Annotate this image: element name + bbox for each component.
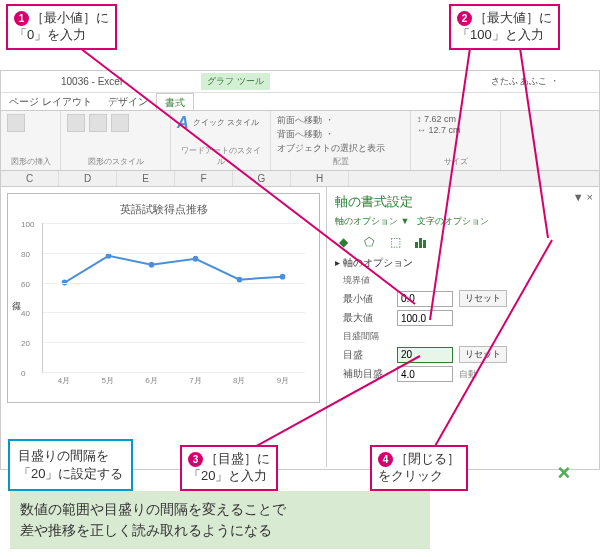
max-input[interactable]: [397, 310, 453, 326]
chart-area[interactable]: 英語試験得点推移 得点 100 80 60 40 20 0 4月5月6月7月8月…: [1, 187, 326, 467]
format-axis-pane: 軸の書式設定 ▼ × 軸のオプション ▼文字のオプション ◆ ⬠ ⬚ ▸ 軸のオ…: [326, 187, 599, 467]
selection-pane[interactable]: オブジェクトの選択と表示: [277, 142, 385, 155]
tab-design[interactable]: デザイン: [100, 93, 156, 110]
callout-min: 1［最小値］に 「0」を入力: [6, 4, 117, 50]
units-label: 目盛間隔: [343, 330, 591, 343]
bring-forward[interactable]: 前面へ移動 ・: [277, 114, 334, 127]
callout-major: 3［目盛］に 「20」と入力: [180, 445, 278, 491]
doc-title: 10036 - Excel: [61, 76, 122, 87]
min-label: 最小値: [343, 292, 397, 306]
shape-style-icon2[interactable]: [89, 114, 107, 132]
x-labels: 4月5月6月7月8月9月: [42, 375, 305, 386]
minor-input[interactable]: [397, 366, 453, 382]
user-name: さたふ あふこ ・: [491, 75, 559, 88]
svg-point-7: [149, 262, 155, 268]
minor-label: 補助目盛: [343, 367, 397, 381]
major-input[interactable]: [397, 347, 453, 363]
text-options-link[interactable]: 文字のオプション: [417, 216, 489, 226]
pane-title: 軸の書式設定: [335, 193, 591, 211]
axis-options-link[interactable]: 軸のオプション ▼: [335, 216, 409, 226]
svg-rect-12: [419, 238, 422, 248]
shape-style-icon[interactable]: [67, 114, 85, 132]
major-label: 目盛: [343, 348, 397, 362]
shape-insert-icon[interactable]: [7, 114, 25, 132]
tip-box: 数値の範囲や目盛りの間隔を変えることで 差や推移を正しく読み取れるようになる: [10, 491, 430, 549]
ribbon-tabs: ページ レイアウト デザイン 書式: [1, 93, 599, 111]
effects-icon[interactable]: ⬠: [361, 234, 377, 250]
shape-style-icon3[interactable]: [111, 114, 129, 132]
chart-tools-label: グラフ ツール: [201, 73, 270, 90]
svg-point-8: [193, 256, 199, 262]
send-backward[interactable]: 背面へ移動 ・: [277, 128, 334, 141]
min-input[interactable]: [397, 291, 453, 307]
line-series: [43, 223, 305, 372]
callout-close: 4［閉じる］ をクリック: [370, 445, 468, 491]
axis-options-icon[interactable]: [413, 234, 429, 250]
excel-window: 10036 - Excel グラフ ツール さたふ あふこ ・ ページ レイアウ…: [0, 70, 600, 470]
min-reset-button[interactable]: リセット: [459, 290, 507, 307]
fill-icon[interactable]: ◆: [335, 234, 351, 250]
ribbon: 図形の挿入 図形のスタイル Aクイック スタイルワードアートのスタイル 前面へ移…: [1, 111, 599, 171]
column-headers: CDEFGH: [1, 171, 599, 187]
titlebar: 10036 - Excel グラフ ツール さたふ あふこ ・: [1, 71, 599, 93]
svg-rect-11: [415, 242, 418, 248]
size-icon[interactable]: ⬚: [387, 234, 403, 250]
chart-title: 英語試験得点推移: [16, 202, 311, 217]
big-close-icon: ×: [550, 459, 578, 487]
max-label: 最大値: [343, 311, 397, 325]
chart-plot: 100 80 60 40 20 0: [42, 223, 305, 373]
chart-box[interactable]: 英語試験得点推移 得点 100 80 60 40 20 0 4月5月6月7月8月…: [7, 193, 320, 403]
svg-point-10: [280, 274, 286, 280]
bounds-label: 境界値: [343, 274, 591, 287]
minor-auto-label: 自動: [459, 368, 477, 381]
quick-style-button[interactable]: クイック スタイル: [193, 119, 259, 128]
axis-options-header[interactable]: ▸ 軸のオプション: [335, 256, 591, 270]
pane-close-button[interactable]: ▼ ×: [573, 191, 593, 203]
major-reset-button[interactable]: リセット: [459, 346, 507, 363]
width-input[interactable]: ↔ 12.7 cm: [417, 125, 461, 135]
callout-max: 2［最大値］に 「100」と入力: [449, 4, 560, 50]
blue-note: 目盛りの間隔を 「20」に設定する: [8, 439, 133, 491]
height-input[interactable]: ↕ 7.62 cm: [417, 114, 456, 124]
wordart-A-icon[interactable]: A: [177, 114, 189, 132]
svg-rect-13: [423, 240, 426, 248]
tab-page-layout[interactable]: ページ レイアウト: [1, 93, 100, 110]
tab-format[interactable]: 書式: [156, 93, 194, 110]
